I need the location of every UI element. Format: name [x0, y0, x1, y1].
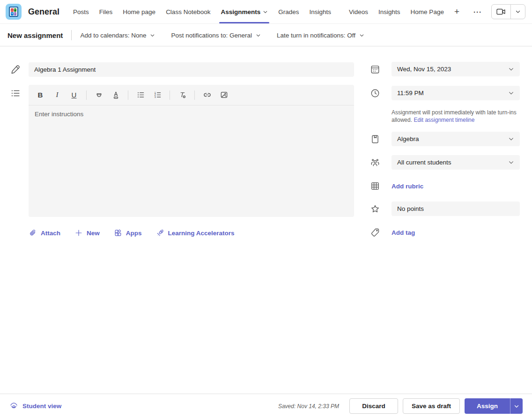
channel-title: General: [28, 7, 59, 17]
chevron-down-icon: [515, 9, 521, 15]
tab-posts[interactable]: Posts: [68, 0, 94, 23]
discard-button[interactable]: Discard: [349, 398, 398, 414]
late-turn-in-dropdown[interactable]: Late turn in notifications: Off: [277, 32, 364, 39]
star-icon: [370, 204, 380, 214]
chevron-down-icon: [508, 136, 514, 142]
class-dropdown[interactable]: Algebra: [392, 132, 520, 146]
timeline-note: Assignment will post immediately with la…: [392, 109, 522, 124]
channel-tabs: Posts Files Home page Class Notebook Ass…: [68, 0, 465, 23]
student-view-eye-icon: [9, 402, 18, 411]
chevron-down-icon: [256, 33, 261, 38]
assignment-subheader: New assignment Add to calendars: None Po…: [0, 24, 532, 46]
video-camera-icon: [496, 7, 506, 16]
notebook-icon: [370, 134, 380, 144]
numbered-list-button[interactable]: 123: [150, 88, 164, 102]
italic-button[interactable]: I: [50, 88, 64, 102]
chevron-down-icon: [508, 159, 514, 165]
toolbar-divider: [170, 90, 170, 100]
attach-button[interactable]: Attach: [29, 229, 60, 237]
link-icon: [203, 90, 212, 99]
calculator-icon: +−×÷: [9, 7, 18, 17]
rocket-icon: [156, 229, 164, 237]
add-tag-link[interactable]: Add tag: [392, 229, 415, 236]
calendar-icon: [370, 64, 380, 75]
add-tag-row: Add tag: [370, 227, 520, 238]
tab-videos[interactable]: Videos: [344, 0, 373, 23]
underline-button[interactable]: U: [67, 88, 81, 102]
post-notifications-dropdown[interactable]: Post notifications to: General: [171, 32, 261, 39]
saved-status: Saved: Nov 14, 2:33 PM: [278, 403, 339, 410]
math-class-app-icon[interactable]: +−×÷: [6, 4, 22, 20]
more-options-button[interactable]: ···: [471, 6, 485, 18]
add-to-calendars-dropdown[interactable]: Add to calendars: None: [80, 32, 155, 39]
paperclip-icon: [29, 229, 37, 237]
add-tab-button[interactable]: +: [449, 0, 465, 23]
due-date-dropdown[interactable]: Wed, Nov 15, 2023: [392, 62, 520, 76]
tag-icon: [370, 227, 380, 238]
add-rubric-row: Add rubric: [370, 181, 520, 191]
apps-button[interactable]: Apps: [114, 229, 142, 237]
assign-to-row: All current students: [370, 155, 520, 170]
insert-link-button[interactable]: [200, 88, 214, 102]
numbered-list-icon: 123: [153, 90, 162, 99]
header-actions: ···: [471, 0, 532, 23]
student-view-button[interactable]: Student view: [9, 402, 61, 411]
points-field[interactable]: No points: [392, 202, 520, 216]
tab-home-page[interactable]: Home page: [118, 0, 161, 23]
highlight-button[interactable]: [92, 88, 106, 102]
instructions-list-icon: [10, 88, 22, 100]
page-title: New assignment: [7, 31, 63, 39]
teams-new-assignment-page: +−×÷ General Posts Files Home page Class…: [0, 0, 532, 418]
tab-class-notebook[interactable]: Class Notebook: [161, 0, 215, 23]
clear-formatting-button[interactable]: [175, 88, 189, 102]
bullet-list-icon: [136, 90, 145, 99]
channel-header: +−×÷ General Posts Files Home page Class…: [0, 0, 532, 24]
meet-now-button[interactable]: [492, 5, 510, 19]
divider: [71, 30, 72, 40]
tab-assignments[interactable]: Assignments: [215, 0, 273, 23]
class-row: Algebra: [370, 132, 520, 146]
toolbar-divider: [194, 90, 195, 100]
chevron-down-icon: [508, 90, 514, 96]
tab-grades[interactable]: Grades: [273, 0, 304, 23]
save-as-draft-button[interactable]: Save as draft: [403, 398, 460, 414]
tab-files[interactable]: Files: [94, 0, 118, 23]
highlighter-icon: [95, 90, 103, 99]
tab-insights-2[interactable]: Insights: [373, 0, 406, 23]
assign-options-button[interactable]: [510, 398, 523, 414]
instructions-input[interactable]: Enter instructions: [29, 105, 354, 216]
chevron-down-icon: [514, 403, 519, 409]
chevron-down-icon: [508, 66, 514, 72]
add-rubric-link[interactable]: Add rubric: [392, 183, 423, 190]
bold-button[interactable]: B: [33, 88, 47, 102]
due-time-row: 11:59 PM: [370, 86, 520, 100]
pencil-icon: [10, 64, 22, 76]
students-group-icon: [370, 157, 380, 168]
clear-format-icon: [178, 90, 187, 99]
due-time-dropdown[interactable]: 11:59 PM: [392, 86, 520, 100]
tab-insights[interactable]: Insights: [304, 0, 337, 23]
instructions-placeholder: Enter instructions: [35, 111, 83, 118]
bullet-list-button[interactable]: [133, 88, 148, 102]
chevron-down-icon: [150, 33, 155, 38]
tab-home-page-2[interactable]: Home Page: [406, 0, 449, 23]
assign-to-dropdown[interactable]: All current students: [392, 155, 520, 170]
instructions-editor: B I U 123: [29, 85, 354, 217]
formatting-toolbar: B I U 123: [29, 85, 354, 105]
image-icon: [220, 90, 229, 99]
chevron-down-icon: [263, 9, 268, 15]
edit-timeline-link[interactable]: Edit assignment timeline: [414, 117, 474, 123]
font-color-button[interactable]: [109, 88, 123, 102]
apps-icon: [114, 229, 122, 237]
toolbar-divider: [86, 90, 87, 100]
toolbar-divider: [128, 90, 128, 100]
insert-image-button[interactable]: [217, 88, 231, 102]
meet-now-split-button: [491, 4, 525, 19]
new-button[interactable]: New: [74, 229, 100, 237]
due-date-row: Wed, Nov 15, 2023: [370, 62, 520, 76]
assignment-title-input[interactable]: [29, 62, 354, 77]
assign-button[interactable]: Assign: [465, 398, 510, 414]
learning-accelerators-button[interactable]: Learning Accelerators: [156, 229, 235, 237]
rubric-grid-icon: [370, 181, 380, 191]
meet-options-button[interactable]: [511, 5, 525, 19]
